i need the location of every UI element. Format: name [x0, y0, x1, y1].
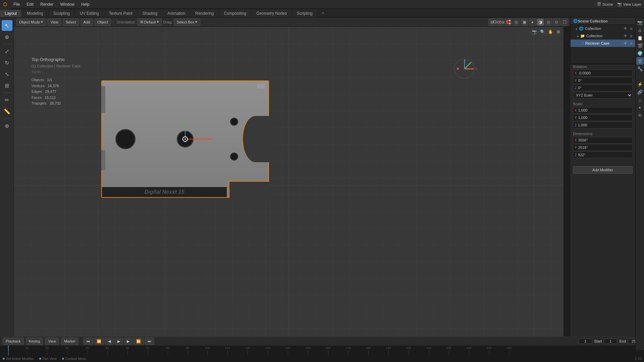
- rotation-mode-row: XYZ Euler: [573, 92, 633, 99]
- tab-sculpting[interactable]: Sculpting: [49, 10, 74, 17]
- tab-scripting[interactable]: Scripting: [292, 10, 317, 17]
- prop-output-icon[interactable]: 🖨: [636, 26, 644, 34]
- menu-window[interactable]: Window: [57, 0, 78, 8]
- prop-view-layer-icon[interactable]: 📋: [636, 34, 644, 42]
- tool-annotate[interactable]: ✏: [2, 95, 12, 105]
- rotation-y[interactable]: Y 0°: [573, 77, 633, 84]
- start-label: Start: [594, 339, 602, 343]
- main-viewport[interactable]: Top Orthographic (1) Collection | Reciev…: [14, 27, 564, 343]
- tool-transform[interactable]: ⊞: [2, 80, 12, 91]
- blender-logo[interactable]: ⬡: [0, 0, 10, 9]
- tab-layout[interactable]: Layout: [0, 10, 21, 17]
- material-btn[interactable]: ◑: [537, 18, 544, 26]
- prop-object-props-icon[interactable]: ⊕: [636, 111, 644, 119]
- prop-physics-icon[interactable]: ⚡: [636, 80, 644, 88]
- prev-frame-btn[interactable]: ⏪: [94, 338, 104, 345]
- menu-edit[interactable]: Edit: [23, 0, 37, 8]
- marker-btn[interactable]: Marker: [61, 338, 78, 345]
- global-btn[interactable]: Global ▾: [496, 18, 504, 26]
- next-frame-btn[interactable]: ⏩: [133, 338, 144, 345]
- jump-end-btn[interactable]: ⏭: [145, 338, 154, 345]
- axis-widget[interactable]: X Z: [451, 55, 478, 82]
- rotation-x[interactable]: X -0.0000: [573, 70, 633, 76]
- prop-scene-icon[interactable]: 🎬: [636, 42, 644, 49]
- move-icon[interactable]: ✋: [547, 28, 554, 36]
- menu-file[interactable]: File: [10, 0, 23, 8]
- grid-icon[interactable]: ⊞: [555, 28, 562, 36]
- scale-x[interactable]: X 1.000: [573, 107, 633, 114]
- current-frame-input[interactable]: [579, 339, 592, 344]
- object-menu-btn[interactable]: Object: [94, 18, 111, 26]
- prop-render-icon[interactable]: 📷: [636, 19, 644, 26]
- outliner-scene-collection[interactable]: ▸ 🌐 Collection 👁 ⊕: [571, 25, 635, 32]
- tab-geometry-nodes[interactable]: Geometry Nodes: [252, 10, 291, 17]
- dim-z[interactable]: Z 922°: [573, 152, 633, 158]
- tool-add[interactable]: ⊕: [2, 120, 12, 131]
- frame-numbers: Start End: [579, 339, 641, 344]
- keying-btn[interactable]: Keying: [26, 338, 43, 345]
- tool-cursor[interactable]: ⊕: [2, 32, 12, 42]
- orientation-btn[interactable]: ⊞ Default ▾: [137, 18, 162, 26]
- drag-btn[interactable]: Select Box ▾: [174, 18, 201, 26]
- outliner-reciever-case[interactable]: ▽ Reciever Case 👁 ⊕: [571, 40, 635, 47]
- rendered-btn[interactable]: ◎: [545, 18, 552, 26]
- menu-render[interactable]: Render: [37, 0, 57, 8]
- status-dot-3: [62, 358, 64, 360]
- add-modifier-btn[interactable]: Add Modifier: [573, 166, 633, 174]
- prop-modifier-icon[interactable]: 🔧: [636, 65, 644, 72]
- view-menu-btn[interactable]: View: [47, 18, 61, 26]
- outliner-panel: 🌐 Scene Collection ▸ 🌐 Collection 👁 ⊕ ▸ …: [570, 17, 635, 64]
- prop-material-icon[interactable]: ●: [636, 104, 644, 111]
- tab-rendering[interactable]: Rendering: [191, 10, 218, 17]
- tool-rotate[interactable]: ↻: [2, 57, 12, 68]
- add-workspace-tab[interactable]: ＋: [318, 10, 328, 16]
- prop-constraints-icon[interactable]: 🔗: [636, 88, 644, 96]
- prop-world-icon[interactable]: 🌍: [636, 50, 644, 57]
- snap-btn[interactable]: 🧲: [504, 18, 512, 26]
- select-menu-btn[interactable]: Select: [63, 18, 79, 26]
- xray-btn[interactable]: ☐: [561, 18, 568, 26]
- tool-move[interactable]: ⤢: [2, 46, 12, 57]
- scale-y[interactable]: Y 1.000: [573, 114, 633, 121]
- timeline-track[interactable]: 1 10 20 30 40 50 60 70 80 90 100 110 120…: [0, 346, 644, 356]
- tab-texture-paint[interactable]: Texture Paint: [104, 10, 137, 17]
- dim-x[interactable]: X 3556°: [573, 137, 633, 143]
- overlay-btn[interactable]: ⊙: [553, 18, 560, 26]
- rotation-z[interactable]: Z 0°: [573, 84, 633, 91]
- top-menu-items: File Edit Render Window Help: [10, 0, 93, 8]
- camera-view-icon[interactable]: 📷: [531, 28, 538, 36]
- jump-start-btn[interactable]: ⏮: [83, 338, 93, 345]
- tool-measure[interactable]: 📏: [2, 106, 12, 117]
- tab-uv-editing[interactable]: UV Editing: [75, 10, 104, 17]
- object-mode-btn[interactable]: Object Mode ▾: [16, 18, 46, 26]
- dimensions-section: Dimensions: X 3556° Y 2516° Z 922°: [573, 132, 633, 158]
- tool-select[interactable]: ↖: [2, 20, 12, 31]
- prev-keyframe-btn[interactable]: ◀: [105, 338, 114, 345]
- start-frame-input[interactable]: [604, 339, 617, 344]
- solid-btn[interactable]: ●: [529, 18, 536, 26]
- menu-help[interactable]: Help: [78, 0, 93, 8]
- next-keyframe-btn[interactable]: ▶: [124, 338, 132, 345]
- add-menu-btn[interactable]: Add: [80, 18, 93, 26]
- wireframe-btn[interactable]: ▣: [521, 18, 528, 26]
- rotation-mode-select[interactable]: XYZ Euler: [573, 92, 633, 99]
- tab-compositing[interactable]: Compositing: [219, 10, 251, 17]
- prop-particles-icon[interactable]: ·: [636, 73, 644, 80]
- tab-shading[interactable]: Shading: [138, 10, 162, 17]
- proportional-btn[interactable]: ◎: [513, 18, 520, 26]
- timeline-view-btn[interactable]: View: [45, 338, 59, 345]
- prop-object-icon[interactable]: ▽: [636, 57, 644, 65]
- play-btn[interactable]: ▶: [114, 338, 123, 345]
- tab-modeling[interactable]: Modeling: [22, 10, 48, 17]
- rotation-label: Rotation:: [573, 65, 633, 69]
- playback-btn[interactable]: Playback: [3, 338, 24, 345]
- timeline-area: Playback Keying View Marker ⏮ ⏪ ◀ ▶ ▶ ⏩ …: [0, 337, 644, 355]
- status-dot-1: [3, 358, 5, 360]
- tool-scale[interactable]: ⤡: [2, 69, 12, 79]
- outliner-collection[interactable]: ▸ 📁 Collection 👁 ⊕: [571, 32, 635, 40]
- scale-z[interactable]: Z 1.000: [573, 122, 633, 128]
- zoom-out-icon[interactable]: 🔍: [539, 28, 546, 36]
- dim-y[interactable]: Y 2516°: [573, 144, 633, 151]
- prop-object-data-icon[interactable]: △: [636, 96, 644, 103]
- tab-animation[interactable]: Animation: [163, 10, 190, 17]
